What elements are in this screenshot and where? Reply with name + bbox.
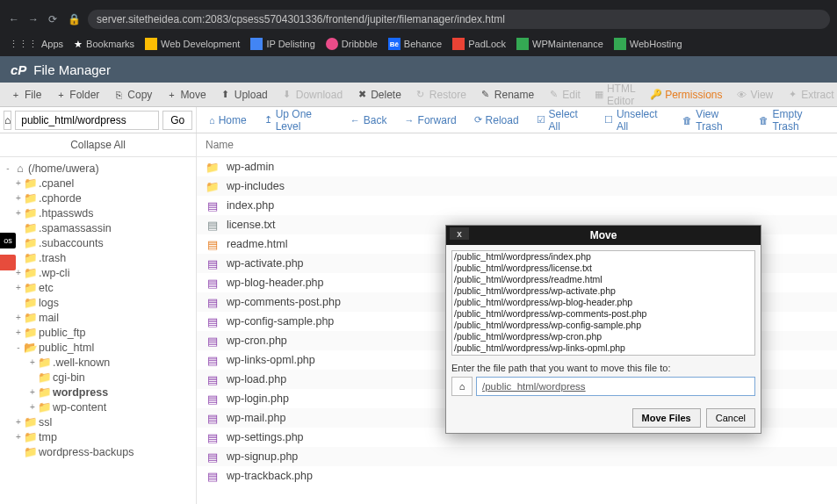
select-all-button[interactable]: ☑Select All bbox=[530, 111, 594, 130]
column-name[interactable]: Name bbox=[197, 133, 837, 157]
tree-toggle[interactable]: + bbox=[14, 313, 23, 322]
rename-button[interactable]: ✎Rename bbox=[473, 83, 541, 106]
tree-item[interactable]: +📁public_ftp bbox=[4, 325, 196, 340]
bookmark-ipdelisting[interactable]: IP Delisting bbox=[250, 38, 314, 50]
move-home-button[interactable]: ⌂ bbox=[451, 377, 473, 396]
empty-trash-button[interactable]: 🗑Empty Trash bbox=[752, 111, 832, 130]
tree-toggle[interactable]: + bbox=[14, 417, 23, 427]
bookmark-bookmarks[interactable]: ★Bookmarks bbox=[74, 39, 134, 50]
tree-label: .wp-cli bbox=[39, 267, 69, 279]
forward-button[interactable]: →Forward bbox=[398, 111, 464, 130]
dialog-titlebar[interactable]: x Move bbox=[446, 226, 761, 245]
side-badge-black[interactable]: os bbox=[0, 233, 16, 248]
tree-toggle[interactable]: + bbox=[14, 208, 23, 218]
move-path-input[interactable] bbox=[476, 377, 755, 396]
restore-button[interactable]: ↻Restore bbox=[408, 83, 473, 106]
side-badge-red[interactable] bbox=[0, 255, 16, 270]
file-row[interactable]: 📁wp-admin bbox=[197, 157, 837, 176]
cancel-button[interactable]: Cancel bbox=[706, 408, 755, 428]
upload-button[interactable]: ⬆Upload bbox=[213, 83, 275, 106]
tree-toggle[interactable]: + bbox=[28, 357, 37, 367]
back-button[interactable]: ←Back bbox=[343, 111, 394, 130]
tree-item[interactable]: 📁cgi-bin bbox=[4, 370, 196, 385]
move-file-list[interactable]: /public_html/wordpress/index.php/public_… bbox=[451, 250, 755, 356]
tree-item[interactable]: +📁.cpanel bbox=[4, 176, 196, 191]
bookmark-webhosting[interactable]: WebHosting bbox=[614, 38, 682, 50]
main-toolbar: +File +Folder ⎘Copy +Move ⬆Upload ⬇Downl… bbox=[0, 83, 837, 107]
nav-reload-icon[interactable]: ⟳ bbox=[46, 12, 60, 26]
file-row[interactable]: ▤index.php bbox=[197, 196, 837, 215]
tree-toggle[interactable]: + bbox=[14, 328, 23, 337]
html-editor-button[interactable]: ▦HTML Editor bbox=[588, 83, 644, 106]
trash-icon: 🗑 bbox=[759, 115, 768, 126]
address-bar[interactable]: server.sitetheidea.com:2083/cpsess570430… bbox=[88, 10, 830, 29]
tree-item[interactable]: +📁ssl bbox=[4, 414, 196, 429]
move-files-button[interactable]: Move Files bbox=[632, 408, 701, 428]
file-row[interactable]: ▤wp-signup.php bbox=[197, 447, 837, 466]
up-level-button[interactable]: ↥Up One Level bbox=[257, 111, 340, 130]
tree-toggle[interactable]: - bbox=[14, 342, 23, 352]
folder-new-button[interactable]: +Folder bbox=[48, 83, 106, 106]
tree-item[interactable]: +📁.htpasswds bbox=[4, 205, 196, 220]
reload-button[interactable]: ⟳Reload bbox=[467, 111, 526, 130]
bookmark-behance[interactable]: BēBehance bbox=[388, 38, 442, 50]
tree-item[interactable]: 📁wordpress-backups bbox=[4, 444, 196, 459]
tree-toggle[interactable]: + bbox=[28, 402, 37, 412]
tree-item[interactable]: +📁wp-content bbox=[4, 400, 196, 414]
nav-back-icon[interactable]: ← bbox=[7, 12, 21, 26]
permissions-button[interactable]: 🔑Permissions bbox=[644, 83, 729, 106]
tree-item[interactable]: -📂public_html bbox=[4, 340, 196, 355]
view-trash-button[interactable]: 🗑View Trash bbox=[675, 111, 748, 130]
tree-root[interactable]: - ⌂ (/home/uwera) bbox=[4, 161, 196, 176]
toolbar-label: Upload bbox=[235, 89, 268, 101]
extract-button[interactable]: ✦Extract bbox=[780, 83, 837, 106]
tree-item[interactable]: +📁mail bbox=[4, 310, 196, 325]
bookmark-wpmaintenance[interactable]: WPMaintenance bbox=[516, 38, 603, 50]
tree-item[interactable]: +📁.wp-cli bbox=[4, 265, 196, 280]
tree-item[interactable]: 📁.trash bbox=[4, 250, 196, 265]
tree-toggle[interactable]: + bbox=[14, 178, 23, 188]
file-row[interactable]: 📁wp-includes bbox=[197, 176, 837, 196]
path-input[interactable] bbox=[15, 111, 159, 130]
tree-item[interactable]: +📁etc bbox=[4, 280, 196, 295]
tree-item[interactable]: 📁.subaccounts bbox=[4, 235, 196, 250]
bookmarks-bar: ⋮⋮⋮ Apps ★Bookmarks Web Development IP D… bbox=[0, 32, 837, 56]
move-list-item: /public_html/wordpress/wp-cron.php bbox=[454, 331, 753, 342]
tree-label: .cphorde bbox=[39, 192, 82, 205]
move-button[interactable]: +Move bbox=[159, 83, 213, 106]
tree-toggle[interactable]: + bbox=[28, 387, 37, 397]
copy-button[interactable]: ⎘Copy bbox=[106, 83, 159, 106]
tree-toggle[interactable]: - bbox=[4, 163, 12, 173]
tree-item[interactable]: +📁tmp bbox=[4, 429, 196, 444]
tree-toggle[interactable]: + bbox=[14, 432, 23, 442]
bookmark-dribbble[interactable]: Dribbble bbox=[326, 38, 378, 50]
move-list-item: /public_html/wordpress/readme.html bbox=[454, 274, 753, 285]
collapse-all-button[interactable]: Collapse All bbox=[0, 133, 196, 157]
tree-item[interactable]: 📁logs bbox=[4, 295, 196, 310]
toolbar-label: Delete bbox=[371, 89, 401, 101]
folder-icon: 📁 bbox=[25, 237, 37, 249]
tree-toggle[interactable]: + bbox=[14, 193, 23, 203]
edit-button[interactable]: ✎Edit bbox=[541, 83, 588, 106]
file-row[interactable]: ▤wp-trackback.php bbox=[197, 466, 837, 486]
bookmark-webdev[interactable]: Web Development bbox=[145, 38, 240, 50]
home-path-button[interactable]: ⌂ bbox=[4, 111, 11, 130]
view-button[interactable]: 👁View bbox=[729, 83, 780, 106]
go-button[interactable]: Go bbox=[162, 111, 192, 130]
app-header: cP File Manager bbox=[0, 56, 837, 83]
delete-button[interactable]: ✖Delete bbox=[350, 83, 408, 106]
dialog-close-button[interactable]: x bbox=[450, 227, 469, 240]
unselect-all-button[interactable]: ☐Unselect All bbox=[597, 111, 672, 130]
home-button[interactable]: ⌂Home bbox=[202, 111, 254, 130]
tree-item[interactable]: +📁.well-known bbox=[4, 355, 196, 370]
tree-item[interactable]: +📁.cphorde bbox=[4, 191, 196, 205]
bookmark-padlock[interactable]: PadLock bbox=[452, 38, 506, 50]
download-button[interactable]: ⬇Download bbox=[275, 83, 350, 106]
file-new-button[interactable]: +File bbox=[4, 83, 48, 106]
nav-forward-icon[interactable]: → bbox=[26, 12, 40, 26]
reload-icon: ⟳ bbox=[474, 114, 482, 126]
tree-toggle[interactable]: + bbox=[14, 283, 23, 292]
tree-item[interactable]: +📁wordpress bbox=[4, 385, 196, 400]
apps-button[interactable]: ⋮⋮⋮ Apps bbox=[9, 39, 63, 50]
tree-item[interactable]: 📁.spamassassin bbox=[4, 220, 196, 235]
